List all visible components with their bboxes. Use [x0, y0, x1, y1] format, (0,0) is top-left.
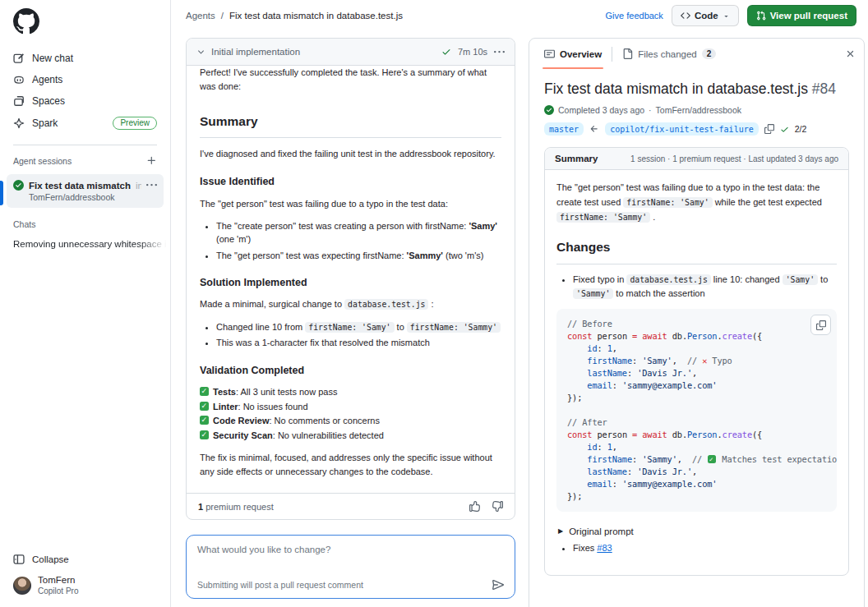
breadcrumb-agents-link[interactable]: Agents [186, 11, 215, 21]
breadcrumb-separator: / [221, 11, 224, 21]
sidebar-session-item[interactable]: Fix test data mismatch in da TomFern/add… [7, 174, 164, 208]
code-dropdown-button[interactable]: Code [672, 5, 739, 26]
spaces-icon [13, 95, 25, 107]
session-repo: TomFern/addressbook [13, 192, 157, 202]
thumbs-up-icon[interactable] [469, 501, 480, 512]
give-feedback-link[interactable]: Give feedback [606, 11, 663, 21]
collapse-sidebar-icon [13, 554, 25, 565]
checks-count[interactable]: 2/2 [795, 124, 807, 134]
session-step-header[interactable]: Initial implementation 7m 10s [187, 39, 515, 66]
spark-icon [13, 117, 25, 129]
solution-heading: Solution Implemented [200, 275, 501, 291]
main-area: Agents / Fix test data mismatch in datab… [171, 0, 868, 607]
chevron-down-icon [723, 12, 730, 20]
session-title-truncated: in da [136, 181, 141, 191]
changes-bullet-list: Fixed typo in database.test.js line 10: … [556, 273, 837, 301]
copilot-agents-icon [13, 74, 25, 85]
github-logo[interactable] [0, 0, 170, 39]
triangle-right-icon: ▶ [558, 527, 563, 537]
tab-files-changed[interactable]: Files changed 2 [616, 39, 723, 69]
summary-card-title: Summary [555, 154, 598, 163]
chevron-down-icon [196, 48, 205, 57]
overview-note-icon [544, 48, 555, 59]
session-log-card: Initial implementation 7m 10s Perfect! I… [186, 38, 515, 520]
session-card-footer: 1 premium request [187, 493, 515, 519]
session-menu-kebab-icon[interactable] [146, 180, 157, 191]
step-menu-kebab-icon[interactable] [494, 47, 505, 57]
summary-card-meta: 1 session · 1 premium request · Last upd… [630, 154, 838, 163]
issue-heading: Issue Identified [200, 174, 501, 190]
intro-text: Perfect! I've successfully completed the… [200, 66, 501, 94]
list-item: The "get person" test was expecting firs… [216, 249, 501, 263]
closing-text: The fix is minimal, focused, and address… [200, 451, 501, 479]
file-icon [622, 48, 633, 59]
code-snippet: // Beforeconst person = await db.Person.… [556, 309, 837, 512]
thumbs-down-icon[interactable] [492, 501, 503, 512]
original-prompt-label: Original prompt [569, 524, 634, 539]
breadcrumb-current: Fix test data mismatch in database.test.… [229, 11, 403, 21]
new-session-plus-icon[interactable] [146, 155, 157, 166]
base-branch-label[interactable]: master [544, 122, 584, 136]
step-success-check-icon [441, 47, 451, 57]
preview-badge: Preview [113, 117, 157, 130]
session-log-body[interactable]: Perfect! I've successfully completed the… [187, 66, 515, 493]
check-item: Security Scan: No vulnerabilities detect… [200, 429, 501, 444]
pr-status-text: Completed 3 days ago [558, 105, 644, 115]
pr-column: Overview Files changed 2 Fix test data m… [529, 38, 865, 607]
issue-bullet-list: The "create person" test was creating a … [200, 219, 501, 263]
agent-sessions-header: Agent sessions [0, 149, 170, 169]
tab-files-label: Files changed [638, 49, 697, 59]
list-item: The "create person" test was creating a … [216, 219, 501, 246]
green-check-emoji [200, 416, 209, 425]
files-changed-count-badge: 2 [702, 48, 717, 59]
view-pr-label: View pull request [770, 11, 847, 21]
completed-check-icon [544, 105, 554, 115]
session-success-icon [13, 180, 24, 191]
green-check-emoji [200, 430, 209, 439]
step-duration: 7m 10s [458, 47, 487, 57]
sidebar-item-spaces[interactable]: Spaces [7, 90, 164, 112]
view-pull-request-button[interactable]: View pull request [747, 5, 856, 26]
sidebar-item-label: Spaces [32, 95, 65, 107]
collapse-label: Collapse [32, 554, 69, 564]
premium-request-count: 1 premium request [198, 502, 274, 512]
issue-link[interactable]: #83 [597, 543, 612, 553]
session-column: Initial implementation 7m 10s Perfect! I… [186, 38, 515, 607]
green-check-emoji [200, 402, 209, 411]
followup-composer[interactable]: What would you like to change? Submittin… [186, 535, 515, 599]
sidebar-nav: New chat Agents Spaces Spark Preview [0, 39, 170, 135]
sidebar-item-label: Spark [32, 117, 58, 129]
summary-card-header: Summary 1 session · 1 premium request · … [545, 148, 848, 170]
check-item: Code Review: No comments or concerns [200, 414, 501, 429]
list-item: Fixed typo in database.test.js line 10: … [573, 273, 837, 301]
list-item: Changed line 10 from firstName: 'Samy' t… [216, 320, 501, 334]
check-item: Linter: No issues found [200, 400, 501, 415]
user-menu[interactable]: TomFern Copilot Pro [0, 572, 170, 607]
head-branch-label[interactable]: copilot/fix-unit-test-failure [605, 122, 759, 136]
copy-code-button[interactable] [810, 315, 831, 335]
pr-panel-body[interactable]: Fix test data mismatch in database.test.… [529, 69, 864, 607]
validation-heading: Validation Completed [200, 363, 501, 379]
collapse-sidebar-button[interactable]: Collapse [0, 547, 170, 572]
copy-branch-icon[interactable] [764, 124, 774, 134]
breadcrumb: Agents / Fix test data mismatch in datab… [186, 11, 403, 21]
send-icon[interactable] [492, 579, 504, 591]
chats-header: Chats [0, 208, 170, 232]
tab-overview[interactable]: Overview [538, 39, 608, 69]
sidebar-item-agents[interactable]: Agents [7, 69, 164, 90]
sidebar-item-new-chat[interactable]: New chat [7, 48, 164, 69]
issue-intro: The "get person" test was failing due to… [200, 197, 501, 211]
session-title: Fix test data mismatch [29, 181, 131, 191]
sidebar-item-spark[interactable]: Spark Preview [7, 112, 164, 135]
green-check-emoji [708, 455, 716, 463]
agent-sessions-label: Agent sessions [13, 156, 72, 166]
step-title: Initial implementation [211, 47, 300, 57]
sidebar-divider [13, 145, 157, 145]
chat-list-item[interactable]: Removing unnecessary whitespace in [0, 232, 170, 255]
close-panel-icon[interactable] [845, 48, 856, 59]
validation-checklist: Tests: All 3 unit tests now pass Linter:… [200, 385, 501, 443]
list-item: Fixes #83 [573, 541, 837, 555]
code-icon [681, 11, 690, 21]
original-prompt-toggle[interactable]: ▶ Original prompt [558, 524, 837, 539]
copilot-agents-app: { "colors": { "brand_green": "#1f883d", … [0, 0, 868, 607]
